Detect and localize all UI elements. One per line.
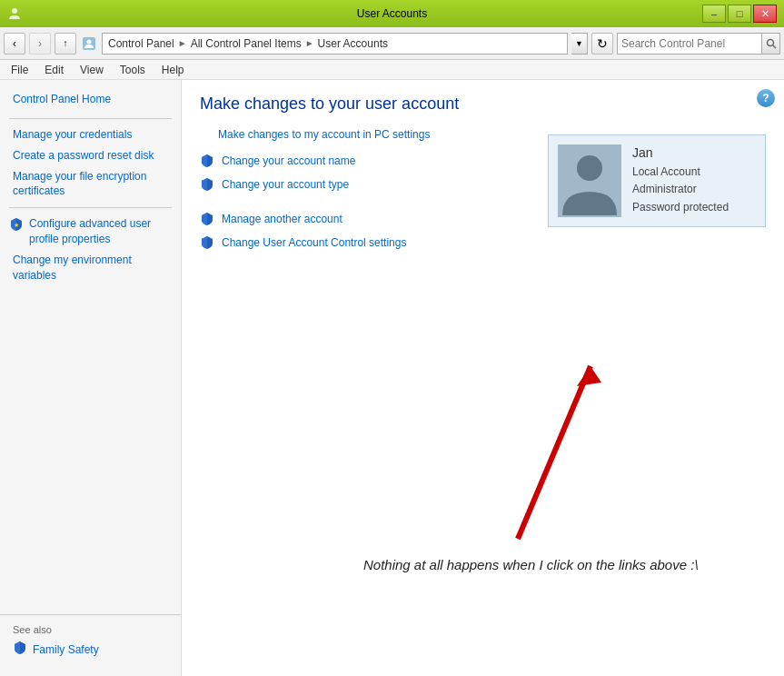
window-controls: – □ ✕ [702,5,777,23]
svg-line-4 [773,45,776,48]
page-heading: Make changes to your user account [200,94,766,114]
maximize-button[interactable]: □ [728,5,751,23]
family-safety-icon [13,641,27,658]
refresh-button[interactable]: ↻ [591,33,613,55]
change-uac-settings-link[interactable]: Change User Account Control settings [200,235,766,250]
search-icon [766,38,777,49]
advanced-profile-link[interactable]: ★ Configure advanced user profile proper… [0,214,181,250]
user-detail-3: Password protected [632,199,729,216]
location-icon [82,36,96,51]
advanced-profile-label: Configure advanced user profile properti… [29,216,172,247]
annotation-text: Nothing at all happens when I click on t… [363,557,699,572]
search-box [617,33,780,55]
titlebar: User Accounts – □ ✕ [0,0,784,27]
main-layout: Control Panel Home Manage your credentia… [0,80,784,676]
app-icon [7,6,22,21]
menubar: File Edit View Tools Help [0,60,784,80]
svg-point-0 [12,8,17,14]
path-crumb1: Control Panel [108,37,174,50]
avatar-silhouette [558,144,621,217]
menu-edit[interactable]: Edit [37,62,71,78]
change-uac-settings-label: Change User Account Control settings [222,236,406,249]
annotation-arrow [400,348,636,566]
annotation-overlay [400,348,627,566]
svg-point-7 [577,155,602,181]
up-button[interactable]: ↑ [55,33,76,55]
user-detail-2: Administrator [632,181,729,198]
path-current: User Accounts [318,37,388,50]
back-button[interactable]: ‹ [4,33,25,55]
svg-marker-9 [577,366,601,386]
pc-settings-label: Make changes to my account in PC setting… [218,128,430,141]
shield-icon-4 [200,212,214,226]
sidebar-bottom: See also Family Safety [0,614,181,667]
menu-tools[interactable]: Tools [113,62,153,78]
path-crumb2: All Control Panel Items [191,37,302,50]
address-bar: ‹ › ↑ Control Panel ► All Control Panel … [0,27,784,60]
shield-icon-2 [200,154,214,168]
path-sep1: ► [178,38,187,48]
shield-icon-5 [200,235,214,250]
svg-line-8 [518,366,590,539]
menu-view[interactable]: View [73,62,111,78]
address-path[interactable]: Control Panel ► All Control Panel Items … [102,33,568,55]
family-safety-link[interactable]: Family Safety [13,641,168,658]
user-card: Jan Local Account Administrator Password… [548,134,766,227]
close-button[interactable]: ✕ [753,5,777,23]
control-panel-home-link[interactable]: Control Panel Home [13,93,111,105]
shield-icon-1: ★ [9,217,24,232]
manage-credentials-link[interactable]: Manage your credentials [0,124,181,145]
sidebar: Control Panel Home Manage your credentia… [0,80,182,676]
path-sep2: ► [305,38,314,48]
window-title: User Accounts [357,7,427,20]
environment-vars-link[interactable]: Change my environment variables [0,250,181,286]
menu-help[interactable]: Help [154,62,192,78]
user-avatar [558,144,621,217]
svg-point-2 [87,39,92,44]
change-account-name-label: Change your account name [222,154,355,167]
user-info: Jan Local Account Administrator Password… [632,145,729,216]
sidebar-divider-2 [9,207,172,208]
help-button[interactable]: ? [757,89,775,107]
manage-another-account-label: Manage another account [222,213,342,225]
family-safety-label: Family Safety [33,643,99,656]
content-area: ? Make changes to your user account Make… [182,80,784,676]
file-encryption-link[interactable]: Manage your file encryption certificates [0,166,181,203]
sidebar-home: Control Panel Home [0,89,181,113]
search-input[interactable] [618,37,761,50]
svg-text:★: ★ [14,222,19,228]
shield-icon-3 [200,177,214,192]
search-icon-button[interactable] [761,34,779,54]
address-dropdown[interactable]: ▼ [571,33,588,55]
create-password-reset-link[interactable]: Create a password reset disk [0,145,181,166]
see-also-label: See also [13,624,168,635]
minimize-button[interactable]: – [702,5,726,23]
sidebar-divider-1 [9,118,172,119]
user-name: Jan [632,145,729,160]
forward-button[interactable]: › [29,33,51,55]
svg-point-3 [767,39,773,45]
menu-file[interactable]: File [4,62,35,78]
change-account-type-label: Change your account type [222,178,349,191]
user-detail-1: Local Account [632,164,729,181]
